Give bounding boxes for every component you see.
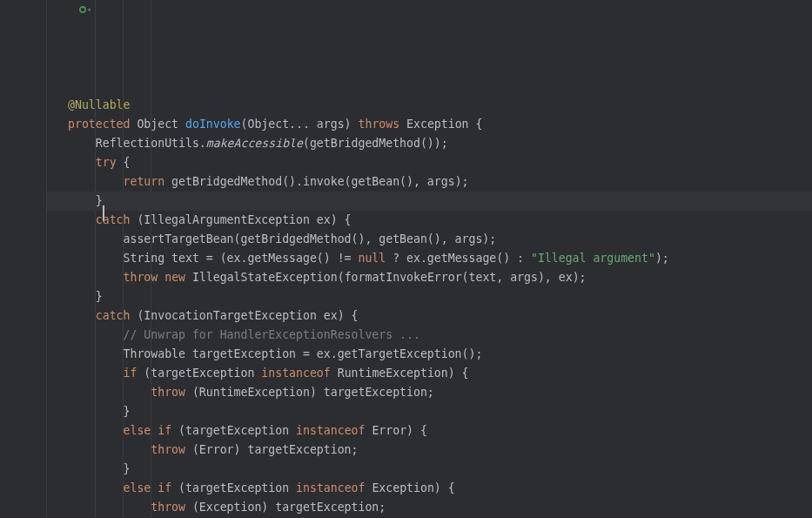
code-token: catch [96, 213, 131, 226]
code-token: new [164, 271, 185, 284]
code-token: ? ex.getMessage() : [386, 252, 531, 265]
code-token: getBridgedMethod().invoke(getBean(), arg… [164, 175, 468, 188]
code-line[interactable]: @Nullable [68, 96, 812, 115]
code-line[interactable]: assertTargetBean(getBridgedMethod(), get… [68, 230, 812, 249]
code-line[interactable]: throw new IllegalStateException(formatIn… [68, 268, 812, 287]
code-token: if [158, 424, 171, 437]
code-token: { [117, 156, 131, 169]
code-line[interactable]: return getBridgedMethod().invoke(getBean… [68, 172, 812, 192]
editor-gutter[interactable] [0, 0, 47, 518]
code-line[interactable]: throw (Exception) targetException; [68, 498, 812, 517]
code-token: Exception) { [365, 481, 454, 494]
code-token: null [358, 252, 386, 265]
code-token: else [124, 424, 151, 437]
code-token: (targetException [137, 367, 261, 380]
code-token [68, 309, 96, 322]
code-line[interactable]: catch (InvocationTargetException ex) { [68, 306, 812, 326]
code-token: } [68, 462, 130, 475]
code-token [68, 367, 124, 380]
code-token: try [96, 156, 117, 169]
code-token: if [124, 367, 138, 380]
code-token: (Exception) targetException; [185, 501, 386, 514]
code-line[interactable]: catch (IllegalArgumentException ex) { [68, 211, 812, 230]
code-token: (Object... args) [241, 118, 359, 131]
code-token: else [124, 481, 151, 494]
code-token [68, 175, 124, 188]
code-token: Object [130, 118, 185, 131]
code-token: Exception { [399, 118, 482, 131]
code-token: (getBridgedMethod()); [303, 137, 448, 150]
code-token [68, 501, 151, 514]
code-token: throw [151, 443, 185, 456]
code-token: ReflectionUtils. [68, 137, 206, 150]
code-token: (Error) targetException; [185, 443, 359, 456]
code-token: Error) { [365, 424, 426, 437]
code-editor[interactable]: @Nullableprotected Object doInvoke(Objec… [47, 0, 812, 518]
code-token: throw [151, 501, 185, 514]
code-token: } [68, 290, 103, 303]
code-token: throw [151, 386, 185, 399]
code-token: (targetException [171, 481, 296, 494]
code-token: @Nullable [68, 98, 130, 111]
code-line[interactable]: protected Object doInvoke(Object... args… [68, 115, 812, 134]
code-token: throw [124, 271, 158, 284]
code-token [68, 271, 124, 284]
code-line[interactable]: Throwable targetException = ex.getTarget… [68, 345, 812, 364]
code-token: instanceof [296, 481, 365, 494]
code-line[interactable]: try { [68, 153, 812, 172]
code-token: (RuntimeException) targetException; [185, 386, 434, 399]
code-token: makeAccessible [206, 137, 303, 150]
code-line[interactable]: } [68, 287, 812, 306]
code-token: assertTargetBean(getBridgedMethod(), get… [68, 232, 496, 246]
code-token: String text = (ex.getMessage() != [68, 252, 358, 265]
code-line[interactable] [68, 77, 812, 96]
code-line[interactable]: else if (targetException instanceof Erro… [68, 421, 812, 441]
code-token: catch [96, 309, 131, 322]
code-token: throws [359, 118, 400, 131]
code-line[interactable]: } [68, 460, 812, 479]
code-token: } [68, 405, 130, 418]
code-token: Throwable targetException = ex.getTarget… [68, 347, 482, 360]
code-line[interactable]: throw (RuntimeException) targetException… [68, 383, 812, 402]
code-token [68, 386, 151, 399]
code-token: RuntimeException) { [331, 367, 469, 380]
code-token: "Illegal argument" [531, 252, 655, 265]
code-line[interactable]: String text = (ex.getMessage() != null ?… [68, 249, 812, 268]
code-line[interactable]: } [68, 192, 812, 211]
code-token: protected [68, 118, 130, 131]
code-token: IllegalStateException(formatInvokeError(… [185, 271, 587, 284]
code-token: instanceof [261, 367, 330, 380]
code-line[interactable]: ReflectionUtils.makeAccessible(getBridge… [68, 134, 812, 153]
code-token [68, 213, 96, 226]
code-token [68, 443, 151, 456]
code-token [68, 424, 124, 437]
code-token: (targetException [171, 424, 296, 437]
code-token: (InvocationTargetException ex) { [130, 309, 358, 322]
code-token [68, 481, 124, 494]
code-token [68, 328, 124, 341]
code-token: doInvoke [185, 118, 241, 131]
code-token [158, 271, 164, 284]
code-line[interactable]: } [68, 402, 812, 421]
code-token: if [158, 481, 171, 494]
code-token: instanceof [296, 424, 365, 437]
code-token: (IllegalArgumentException ex) { [130, 213, 351, 226]
code-line[interactable]: if (targetException instanceof RuntimeEx… [68, 364, 812, 383]
code-token: // Unwrap for HandlerExceptionResolvers … [124, 328, 420, 341]
code-line[interactable]: throw (Error) targetException; [68, 441, 812, 460]
code-token: ); [655, 252, 669, 265]
code-line[interactable]: // Unwrap for HandlerExceptionResolvers … [68, 326, 812, 345]
code-token: return [124, 175, 165, 188]
code-token [68, 156, 96, 169]
code-token: } [68, 194, 103, 207]
code-line[interactable]: else if (targetException instanceof Exce… [68, 479, 812, 498]
